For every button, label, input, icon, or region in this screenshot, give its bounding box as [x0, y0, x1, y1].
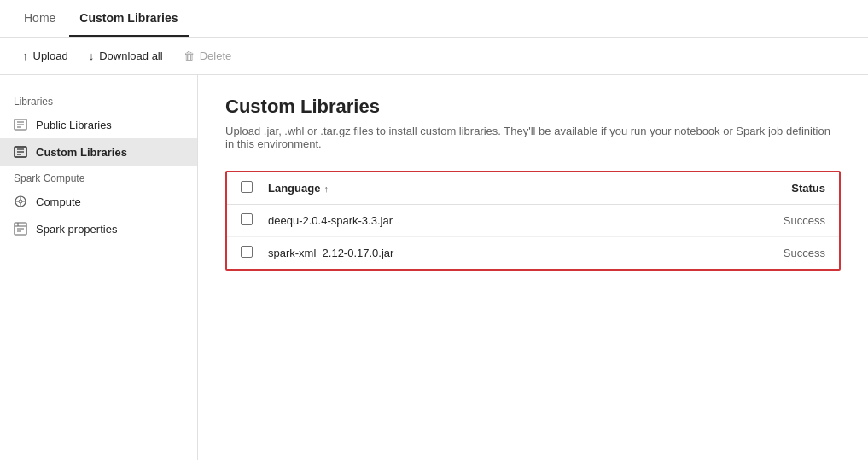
library-icon: [14, 118, 27, 131]
row2-filename: spark-xml_2.12-0.17.0.jar: [268, 247, 757, 259]
main-content: Custom Libraries Upload .jar, .whl or .t…: [198, 75, 868, 460]
table-row[interactable]: spark-xml_2.12-0.17.0.jar Success: [227, 237, 839, 269]
table-header: Language ↑ Status: [227, 172, 839, 205]
sidebar-item-spark-properties[interactable]: Spark properties: [0, 215, 197, 242]
table-row[interactable]: deequ-2.0.4-spark-3.3.jar Success: [227, 205, 839, 237]
row2-checkbox[interactable]: [241, 246, 253, 258]
status-column-header: Status: [757, 182, 825, 195]
page-description: Upload .jar, .whl or .tar.gz files to in…: [225, 125, 841, 150]
delete-button[interactable]: 🗑 Delete: [175, 45, 241, 67]
row1-checkbox[interactable]: [241, 213, 253, 225]
upload-button[interactable]: ↑ Upload: [14, 45, 77, 67]
upload-icon: ↑: [22, 49, 28, 62]
nav-custom-libraries[interactable]: Custom Libraries: [69, 0, 188, 37]
page-title: Custom Libraries: [225, 96, 841, 118]
row2-checkbox-col: [241, 246, 268, 260]
sidebar-item-public-libraries[interactable]: Public Libraries: [0, 111, 197, 138]
custom-library-icon: [14, 145, 27, 159]
libraries-section-label: Libraries: [0, 89, 197, 111]
spark-compute-section-label: Spark Compute: [0, 166, 197, 188]
sidebar-item-custom-libraries[interactable]: Custom Libraries: [0, 138, 197, 166]
spark-properties-icon: [14, 222, 27, 236]
sidebar-item-compute[interactable]: Compute: [0, 188, 197, 215]
sort-arrow-icon: ↑: [323, 183, 329, 194]
select-all-checkbox[interactable]: [241, 181, 253, 193]
compute-icon: [14, 195, 27, 208]
toolbar: ↑ Upload ↓ Download all 🗑 Delete: [0, 38, 868, 75]
delete-icon: 🗑: [184, 49, 195, 62]
language-column-header[interactable]: Language ↑: [268, 182, 757, 195]
download-all-button[interactable]: ↓ Download all: [80, 45, 172, 67]
download-icon: ↓: [89, 49, 95, 62]
top-nav: Home Custom Libraries: [0, 0, 868, 38]
svg-point-9: [19, 200, 22, 203]
libraries-table: Language ↑ Status deequ-2.0.4-spark-3.3.…: [225, 171, 841, 271]
row1-status: Success: [757, 214, 825, 227]
header-checkbox-col: [241, 181, 268, 195]
main-layout: Libraries Public Libraries: [0, 75, 868, 460]
row1-filename: deequ-2.0.4-spark-3.3.jar: [268, 214, 757, 227]
sidebar: Libraries Public Libraries: [0, 75, 198, 460]
row2-status: Success: [757, 247, 825, 259]
row1-checkbox-col: [241, 213, 268, 228]
nav-home[interactable]: Home: [14, 0, 66, 37]
